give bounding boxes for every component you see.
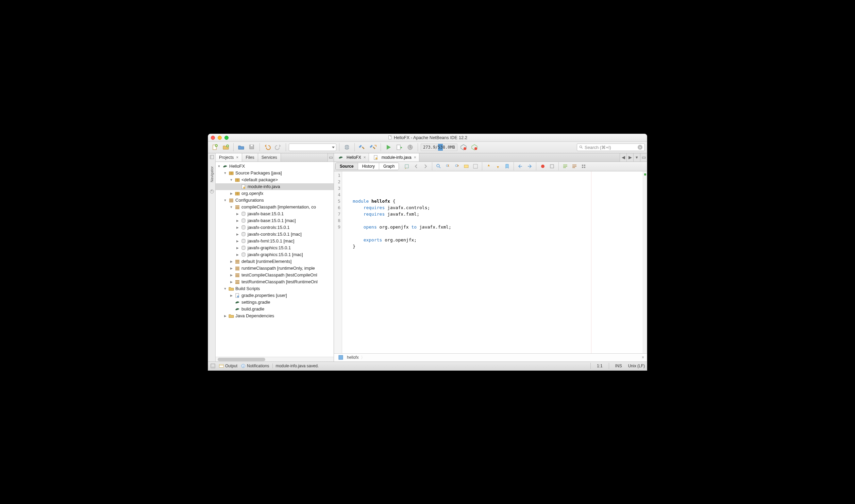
tab-services[interactable]: Services bbox=[258, 153, 281, 162]
close-icon[interactable]: × bbox=[364, 155, 366, 160]
toggle-bookmark-button[interactable] bbox=[503, 163, 511, 170]
tree-compile-classpath[interactable]: compileClasspath [implementation, co bbox=[216, 204, 334, 211]
debug-button[interactable] bbox=[395, 143, 404, 152]
tree-project-node[interactable]: HelloFX bbox=[216, 163, 334, 170]
insert-mode[interactable]: INS bbox=[615, 364, 622, 368]
tree-jar-item[interactable]: javafx-fxml:15.0.1 [mac] bbox=[216, 238, 334, 245]
uncomment-button[interactable] bbox=[570, 163, 579, 170]
line-number-gutter[interactable]: 123456789 bbox=[334, 171, 342, 353]
tab-files[interactable]: Files bbox=[242, 153, 258, 162]
prev-bookmark-button[interactable] bbox=[485, 163, 493, 170]
search-input[interactable]: Search (⌘+I) ✕ bbox=[577, 144, 645, 151]
clean-build-button[interactable] bbox=[368, 143, 378, 152]
shift-left-button[interactable] bbox=[516, 163, 524, 170]
notifications-tab[interactable]: i Notifications bbox=[241, 364, 269, 368]
build-button[interactable] bbox=[357, 143, 367, 152]
undo-button[interactable] bbox=[263, 143, 272, 152]
comment-button[interactable] bbox=[561, 163, 569, 170]
toggle-rectangular-button[interactable] bbox=[471, 163, 480, 170]
profile-button[interactable] bbox=[405, 143, 415, 152]
gradle-icon bbox=[222, 164, 228, 169]
shift-right-button[interactable] bbox=[525, 163, 534, 170]
tree-module-info[interactable]: module-info.java bbox=[216, 183, 334, 190]
scroll-tabs-left-button[interactable]: ◀ bbox=[620, 153, 626, 162]
dock-toggle-icon[interactable] bbox=[210, 363, 216, 369]
breadcrumb-close-button[interactable]: × bbox=[642, 355, 644, 360]
navigator-icon[interactable] bbox=[209, 189, 214, 194]
memory-indicator[interactable]: 273.9/538.0MB bbox=[421, 144, 457, 151]
svg-rect-43 bbox=[235, 275, 239, 276]
output-tab[interactable]: Output bbox=[219, 364, 237, 368]
tree-config-item[interactable]: default [runtimeElements] bbox=[216, 258, 334, 265]
close-icon[interactable]: × bbox=[414, 155, 416, 160]
find-prev-button[interactable] bbox=[444, 163, 452, 170]
svg-rect-41 bbox=[235, 269, 239, 270]
tree-jar-item[interactable]: javafx-controls:15.0.1 [mac] bbox=[216, 231, 334, 238]
clear-search-icon[interactable]: ✕ bbox=[638, 145, 642, 150]
code-area[interactable]: module hellofx { requires javafx.control… bbox=[342, 171, 643, 353]
tree-build-script-item[interactable]: gradle.properties [user] bbox=[216, 292, 334, 299]
line-ending[interactable]: Unix (LF) bbox=[628, 364, 645, 368]
tree-config-item[interactable]: testRuntimeClasspath [testRuntimeOnl bbox=[216, 279, 334, 285]
dock-toggle-icon[interactable] bbox=[209, 155, 214, 159]
editor-tab-hellofx[interactable]: HelloFX× bbox=[334, 153, 369, 162]
tree-source-packages[interactable]: Source Packages [java] bbox=[216, 170, 334, 177]
tree-default-package[interactable]: <default package> bbox=[216, 177, 334, 183]
more-icon[interactable] bbox=[580, 163, 588, 170]
cursor-position[interactable]: 1:1 bbox=[597, 364, 603, 368]
project-tree[interactable]: HelloFX Source Packages [java] <default … bbox=[216, 162, 334, 362]
back-button[interactable] bbox=[412, 163, 420, 170]
tree-org-openjfx[interactable]: org.openjfx bbox=[216, 190, 334, 197]
redo-button[interactable] bbox=[273, 143, 283, 152]
graph-view-button[interactable]: Graph bbox=[379, 163, 399, 170]
close-window-button[interactable] bbox=[211, 136, 215, 140]
save-all-button[interactable] bbox=[247, 143, 257, 152]
find-selection-button[interactable] bbox=[435, 163, 443, 170]
tree-jar-item[interactable]: javafx-graphics:15.0.1 [mac] bbox=[216, 251, 334, 258]
svg-rect-8 bbox=[362, 147, 365, 149]
svg-rect-37 bbox=[235, 261, 239, 262]
editor-tab-module-info[interactable]: module-info.java× bbox=[369, 153, 419, 162]
scroll-tabs-right-button[interactable]: ▶ bbox=[626, 153, 633, 162]
tab-projects[interactable]: Projects× bbox=[216, 153, 242, 162]
new-project-button[interactable] bbox=[221, 143, 231, 152]
tree-java-deps[interactable]: Java Dependencies bbox=[216, 313, 334, 319]
toggle-highlight-button[interactable] bbox=[462, 163, 470, 170]
tree-config-item[interactable]: runtimeClasspath [runtimeOnly, imple bbox=[216, 265, 334, 272]
tree-build-scripts[interactable]: Build Scripts bbox=[216, 285, 334, 292]
close-icon[interactable]: × bbox=[236, 155, 238, 160]
minimize-window-button[interactable] bbox=[218, 136, 222, 140]
tree-jar-item[interactable]: javafx-base:15.0.1 [mac] bbox=[216, 217, 334, 224]
last-edit-button[interactable] bbox=[403, 163, 411, 170]
macro-stop-button[interactable] bbox=[548, 163, 556, 170]
maximize-editor-button[interactable]: ▭ bbox=[640, 153, 647, 162]
tree-build-script-item[interactable]: settings.gradle bbox=[216, 299, 334, 306]
config-dropdown[interactable] bbox=[289, 144, 336, 151]
history-view-button[interactable]: History bbox=[358, 163, 379, 170]
tab-list-button[interactable]: ▾ bbox=[633, 153, 640, 162]
minimize-panel-button[interactable]: ▭ bbox=[328, 153, 334, 162]
maximize-window-button[interactable] bbox=[224, 136, 229, 140]
source-view-button[interactable]: Source bbox=[336, 163, 358, 170]
titlebar[interactable]: HelloFX - Apache NetBeans IDE 12.2 bbox=[208, 134, 647, 142]
tree-jar-item[interactable]: javafx-base:15.0.1 bbox=[216, 211, 334, 217]
error-stripe[interactable] bbox=[643, 171, 647, 353]
open-project-button[interactable] bbox=[236, 143, 246, 152]
tree-jar-item[interactable]: javafx-controls:15.0.1 bbox=[216, 224, 334, 231]
horizontal-scrollbar[interactable] bbox=[216, 357, 334, 362]
find-next-button[interactable] bbox=[453, 163, 461, 170]
globe-icon[interactable] bbox=[342, 143, 352, 152]
run-button[interactable] bbox=[384, 143, 393, 152]
new-file-button[interactable] bbox=[210, 143, 220, 152]
forward-button[interactable] bbox=[421, 163, 430, 170]
gc2-icon[interactable] bbox=[470, 143, 479, 152]
tree-configurations[interactable]: Configurations bbox=[216, 197, 334, 204]
tree-config-item[interactable]: testCompileClasspath [testCompileOnl bbox=[216, 272, 334, 279]
macro-record-button[interactable] bbox=[539, 163, 547, 170]
breadcrumb-item[interactable]: hellofx bbox=[347, 355, 359, 360]
next-bookmark-button[interactable] bbox=[494, 163, 502, 170]
tree-jar-item[interactable]: javafx-graphics:15.0.1 bbox=[216, 245, 334, 251]
tree-build-script-item[interactable]: build.gradle bbox=[216, 306, 334, 313]
gc-icon[interactable] bbox=[459, 143, 468, 152]
navigator-tab[interactable]: Navigator bbox=[210, 166, 214, 182]
